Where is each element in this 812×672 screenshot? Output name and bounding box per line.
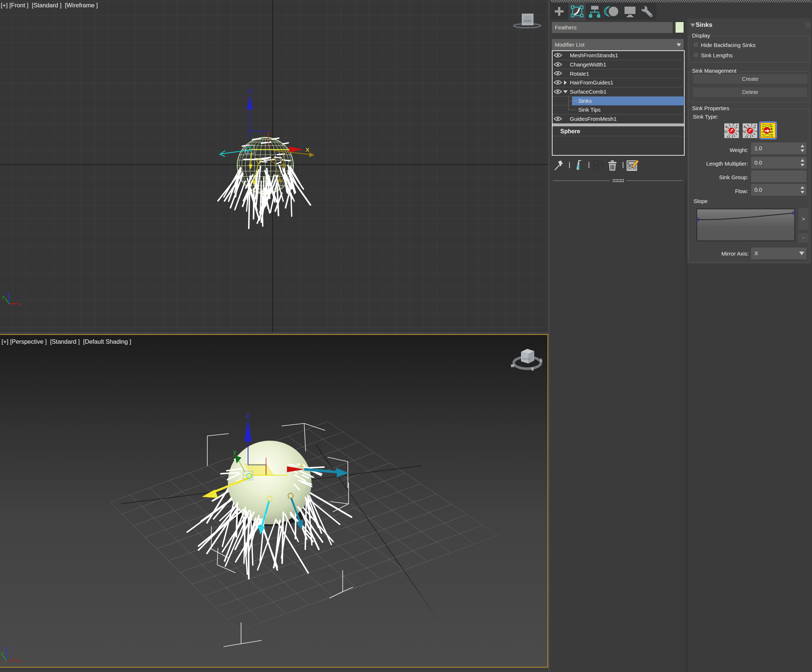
svg-text:Z: Z [246,413,249,419]
svg-text:y: y [1,651,3,656]
svg-text:E: E [540,358,542,363]
svg-text:x: x [300,462,303,468]
svg-text:x: x [19,302,22,306]
svg-text:x: x [18,658,21,663]
svg-text:FRONT: FRONT [522,358,532,360]
svg-text:W: W [511,364,514,368]
svg-text:Z: Z [5,647,7,651]
svg-text:S: S [531,367,534,371]
svg-text:X: X [305,147,309,153]
svg-text:Z: Z [7,292,10,296]
svg-text:[+] [Perspective ] [Standard: [+] [Perspective ] [Standard ] [Default … [2,338,131,345]
svg-text:[+] [Front ] [Standard ] [Wi: [+] [Front ] [Standard ] [Wireframe ] [1,2,98,9]
svg-text:Z: Z [248,88,252,94]
svg-text:y: y [234,449,236,455]
svg-text:FRONT: FRONT [523,19,532,23]
svg-text:y: y [2,294,5,299]
